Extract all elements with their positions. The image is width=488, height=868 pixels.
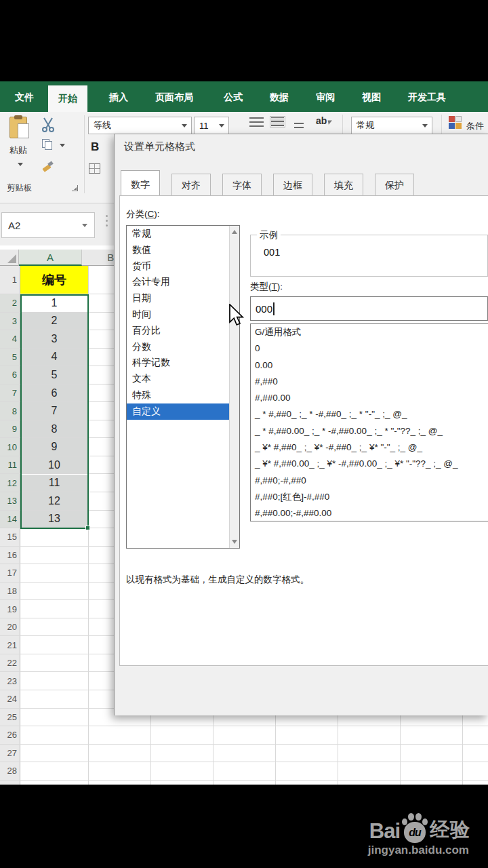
row-header-10[interactable]: 10 (0, 438, 20, 456)
dialog-tab-1[interactable]: 数字 (121, 170, 160, 196)
bold-button[interactable]: B (91, 140, 99, 154)
format-painter-icon[interactable] (42, 161, 53, 172)
format-code-item-3[interactable]: 0.00 (251, 357, 488, 374)
row-header-14[interactable]: 14 (0, 511, 20, 528)
cell-A11[interactable]: 10 (20, 456, 88, 474)
category-item-7[interactable]: 百分比 (127, 323, 229, 339)
row-header-24[interactable]: 24 (0, 690, 20, 708)
format-code-item-12[interactable]: #,##0.00;-#,##0.00 (251, 505, 488, 521)
format-code-item-2[interactable]: 0 (251, 340, 488, 357)
cell-A6[interactable]: 5 (20, 366, 88, 384)
row-header-11[interactable]: 11 (0, 456, 20, 474)
cell-A4[interactable]: 3 (20, 330, 88, 348)
row-header-18[interactable]: 18 (0, 583, 20, 600)
font-name-dropdown-icon[interactable] (182, 124, 187, 127)
borders-button-icon[interactable] (89, 163, 100, 174)
paste-icon[interactable] (9, 115, 30, 140)
category-item-9[interactable]: 科学记数 (127, 355, 229, 371)
row-header-12[interactable]: 12 (0, 474, 20, 492)
type-input[interactable]: 000 (250, 296, 488, 321)
cell-A7[interactable]: 6 (20, 384, 88, 402)
align-right-icon[interactable] (294, 123, 304, 129)
number-format-select[interactable]: 常规 (351, 117, 432, 134)
row-header-9[interactable]: 9 (0, 420, 20, 438)
number-format-dropdown-icon[interactable] (422, 124, 428, 127)
category-item-3[interactable]: 货币 (127, 258, 229, 275)
category-item-11[interactable]: 特殊 (127, 387, 229, 403)
ribbon-tab-4[interactable]: 页面布局 (155, 81, 193, 112)
cell-A8[interactable]: 7 (20, 402, 88, 420)
format-code-item-11[interactable]: #,##0;[红色]-#,##0 (251, 489, 488, 505)
formula-bar-splitter[interactable] (106, 215, 108, 226)
row-header-22[interactable]: 22 (0, 654, 20, 672)
row-header-19[interactable]: 19 (0, 600, 20, 618)
category-item-5[interactable]: 日期 (127, 290, 229, 307)
font-name-select[interactable]: 等线 (88, 117, 192, 134)
row-header-13[interactable]: 13 (0, 492, 20, 510)
row-header-4[interactable]: 4 (0, 330, 20, 348)
category-item-4[interactable]: 会计专用 (127, 274, 229, 290)
category-item-10[interactable]: 文本 (127, 371, 229, 387)
ribbon-tab-6[interactable]: 数据 (270, 81, 289, 112)
format-code-item-7[interactable]: _ * #,##0.00_ ;_ * -#,##0.00_ ;_ * "-"??… (251, 423, 488, 439)
row-header-15[interactable]: 15 (0, 528, 20, 546)
conditional-formatting-label[interactable]: 条件 (466, 120, 484, 132)
row-header-20[interactable]: 20 (0, 618, 20, 636)
format-code-item-6[interactable]: _ * #,##0_ ;_ * -#,##0_ ;_ * "-"_ ;_ @_ (251, 406, 488, 422)
fill-handle[interactable] (85, 526, 90, 530)
row-header-17[interactable]: 17 (0, 564, 20, 582)
category-item-8[interactable]: 分数 (127, 339, 229, 355)
cell-A9[interactable]: 8 (20, 420, 88, 438)
paste-dropdown-icon[interactable] (18, 163, 23, 166)
category-item-2[interactable]: 数值 (127, 242, 229, 258)
row-header-6[interactable]: 6 (0, 366, 20, 384)
ribbon-tab-1[interactable]: 文件 (15, 81, 34, 112)
ribbon-tab-9[interactable]: 开发工具 (408, 81, 446, 112)
category-item-12[interactable]: 自定义 (127, 403, 229, 420)
dialog-tab-3[interactable]: 字体 (222, 174, 262, 196)
row-header-28[interactable]: 28 (0, 762, 20, 780)
format-code-item-9[interactable]: _ ¥* #,##0.00_ ;_ ¥* -#,##0.00_ ;_ ¥* "-… (251, 456, 488, 472)
column-header-A[interactable]: A (19, 250, 82, 266)
cell-A12[interactable]: 11 (20, 475, 88, 492)
font-size-select[interactable]: 11 (194, 117, 229, 134)
clipboard-dialog-launcher-icon[interactable] (72, 185, 78, 191)
row-header-1[interactable]: 1 (0, 266, 20, 294)
row-header-5[interactable]: 5 (0, 349, 20, 366)
cell-A14[interactable]: 13 (20, 511, 88, 528)
row-header-2[interactable]: 2 (0, 294, 20, 312)
align-center-icon[interactable] (270, 117, 285, 127)
ribbon-tab-8[interactable]: 视图 (362, 81, 381, 112)
align-left-icon[interactable] (249, 117, 264, 127)
paste-button[interactable]: 粘贴 (9, 144, 27, 157)
row-header-7[interactable]: 7 (0, 384, 20, 402)
ribbon-tab-3[interactable]: 插入 (109, 81, 128, 112)
format-code-item-5[interactable]: #,##0.00 (251, 390, 488, 406)
cell-A1[interactable]: 编号 (20, 266, 88, 294)
copy-dropdown-icon[interactable] (60, 144, 65, 147)
row-header-26[interactable]: 26 (0, 726, 20, 744)
dialog-tab-4[interactable]: 边框 (273, 174, 312, 196)
category-item-6[interactable]: 时间 (127, 307, 229, 323)
row-header-27[interactable]: 27 (0, 745, 20, 762)
name-box-dropdown-icon[interactable] (82, 224, 87, 227)
category-item-1[interactable]: 常规 (127, 226, 229, 242)
cell-A3[interactable]: 2 (20, 313, 88, 330)
copy-icon[interactable] (42, 139, 53, 150)
category-scrollbar[interactable] (229, 226, 239, 548)
dialog-tab-5[interactable]: 填充 (324, 174, 363, 196)
row-header-25[interactable]: 25 (0, 709, 20, 726)
ribbon-tab-2[interactable]: 开始 (48, 85, 87, 112)
row-header-21[interactable]: 21 (0, 636, 20, 654)
font-size-dropdown-icon[interactable] (219, 124, 224, 127)
format-code-item-1[interactable]: G/通用格式 (251, 324, 488, 340)
scroll-down-icon[interactable] (232, 540, 237, 544)
cell-A13[interactable]: 12 (20, 492, 88, 510)
dialog-tab-2[interactable]: 对齐 (171, 174, 211, 196)
name-box[interactable]: A2 (1, 212, 95, 238)
format-code-item-10[interactable]: #,##0;-#,##0 (251, 473, 488, 489)
wrap-text-icon[interactable]: ab (316, 115, 331, 126)
ribbon-tab-5[interactable]: 公式 (224, 81, 243, 112)
cell-A2[interactable]: 1 (20, 294, 88, 312)
scroll-up-icon[interactable] (232, 230, 237, 234)
